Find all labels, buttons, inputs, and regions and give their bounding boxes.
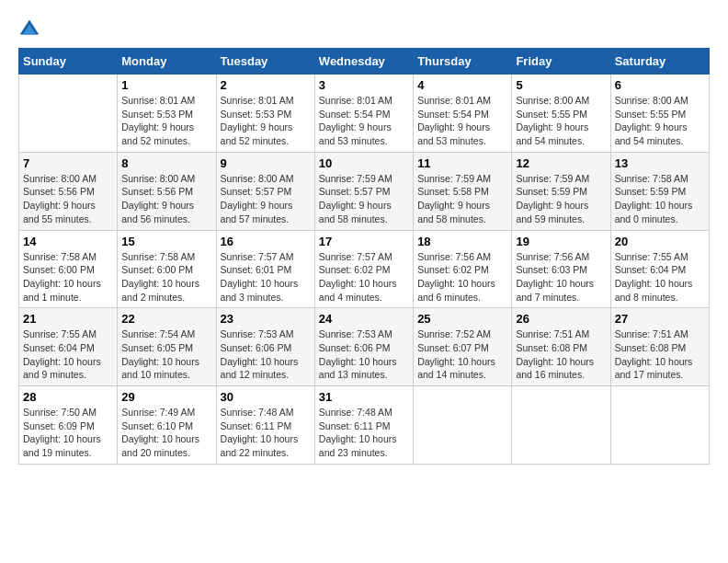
day-info: Sunrise: 8:01 AMSunset: 5:53 PMDaylight:… [121,94,211,148]
calendar-header-row: SundayMondayTuesdayWednesdayThursdayFrid… [19,49,710,75]
day-info: Sunrise: 7:58 AMSunset: 6:00 PMDaylight:… [23,250,113,304]
day-info: Sunrise: 7:53 AMSunset: 6:06 PMDaylight:… [319,327,409,382]
day-number: 22 [121,312,211,326]
logo-icon [18,18,40,40]
day-info: Sunrise: 7:49 AMSunset: 6:10 PMDaylight:… [121,406,211,460]
calendar-week-row: 21Sunrise: 7:55 AMSunset: 6:04 PMDayligh… [19,308,710,386]
day-number: 21 [23,312,113,326]
day-number: 12 [516,156,606,170]
day-info: Sunrise: 7:51 AMSunset: 6:08 PMDaylight:… [516,327,606,382]
day-number: 9 [221,156,311,170]
calendar-week-row: 1Sunrise: 8:01 AMSunset: 5:53 PMDaylight… [19,75,710,153]
calendar-cell: 13Sunrise: 7:58 AMSunset: 5:59 PMDayligh… [610,152,709,230]
day-number: 27 [615,312,705,326]
day-number: 28 [23,390,113,404]
day-info: Sunrise: 7:58 AMSunset: 5:59 PMDaylight:… [615,172,705,226]
calendar-cell: 12Sunrise: 7:59 AMSunset: 5:59 PMDayligh… [512,152,610,230]
day-number: 17 [319,235,409,248]
calendar-week-row: 7Sunrise: 8:00 AMSunset: 5:56 PMDaylight… [19,152,710,230]
day-info: Sunrise: 7:58 AMSunset: 6:00 PMDaylight:… [121,250,211,304]
day-number: 20 [615,235,705,248]
calendar-header-wednesday: Wednesday [314,49,413,75]
day-info: Sunrise: 7:51 AMSunset: 6:08 PMDaylight:… [615,327,705,382]
calendar-cell: 3Sunrise: 8:01 AMSunset: 5:54 PMDaylight… [314,75,413,153]
day-info: Sunrise: 8:00 AMSunset: 5:55 PMDaylight:… [516,94,606,148]
day-info: Sunrise: 7:53 AMSunset: 6:06 PMDaylight:… [221,327,311,382]
calendar-cell: 7Sunrise: 8:00 AMSunset: 5:56 PMDaylight… [19,152,118,230]
day-info: Sunrise: 7:55 AMSunset: 6:04 PMDaylight:… [23,327,113,382]
day-info: Sunrise: 8:01 AMSunset: 5:53 PMDaylight:… [221,94,311,148]
day-number: 25 [417,312,507,326]
calendar-cell: 11Sunrise: 7:59 AMSunset: 5:58 PMDayligh… [414,152,512,230]
calendar-cell: 30Sunrise: 7:48 AMSunset: 6:11 PMDayligh… [216,386,314,465]
day-number: 24 [319,312,409,326]
calendar-cell [610,386,709,465]
calendar-header-friday: Friday [512,49,610,75]
day-number: 23 [221,312,311,326]
calendar-cell: 19Sunrise: 7:56 AMSunset: 6:03 PMDayligh… [512,230,610,308]
calendar-cell: 22Sunrise: 7:54 AMSunset: 6:05 PMDayligh… [118,308,216,386]
day-info: Sunrise: 7:59 AMSunset: 5:58 PMDaylight:… [417,172,507,226]
calendar-cell: 4Sunrise: 8:01 AMSunset: 5:54 PMDaylight… [414,75,512,153]
day-number: 15 [121,235,211,248]
day-info: Sunrise: 7:48 AMSunset: 6:11 PMDaylight:… [221,406,311,460]
day-number: 29 [121,390,211,404]
day-number: 18 [417,235,507,248]
calendar-header-tuesday: Tuesday [216,49,314,75]
calendar-cell: 20Sunrise: 7:55 AMSunset: 6:04 PMDayligh… [610,230,709,308]
day-info: Sunrise: 7:54 AMSunset: 6:05 PMDaylight:… [121,327,211,382]
calendar-cell: 1Sunrise: 8:01 AMSunset: 5:53 PMDaylight… [118,75,216,153]
day-number: 16 [221,235,311,248]
calendar-cell: 18Sunrise: 7:56 AMSunset: 6:02 PMDayligh… [414,230,512,308]
day-info: Sunrise: 7:56 AMSunset: 6:03 PMDaylight:… [516,250,606,304]
calendar-cell: 21Sunrise: 7:55 AMSunset: 6:04 PMDayligh… [19,308,118,386]
day-info: Sunrise: 7:55 AMSunset: 6:04 PMDaylight:… [615,250,705,304]
day-info: Sunrise: 7:48 AMSunset: 6:11 PMDaylight:… [319,406,409,460]
day-number: 4 [417,78,507,92]
page-header [18,18,710,40]
day-number: 26 [516,312,606,326]
calendar-header-thursday: Thursday [414,49,512,75]
calendar-cell: 26Sunrise: 7:51 AMSunset: 6:08 PMDayligh… [512,308,610,386]
day-number: 2 [221,78,311,92]
day-number: 8 [121,156,211,170]
calendar-header-saturday: Saturday [610,49,709,75]
day-info: Sunrise: 8:00 AMSunset: 5:57 PMDaylight:… [221,172,311,226]
calendar-cell: 17Sunrise: 7:57 AMSunset: 6:02 PMDayligh… [314,230,413,308]
calendar-cell: 10Sunrise: 7:59 AMSunset: 5:57 PMDayligh… [314,152,413,230]
calendar-cell: 14Sunrise: 7:58 AMSunset: 6:00 PMDayligh… [19,230,118,308]
day-number: 31 [319,390,409,404]
calendar-cell: 28Sunrise: 7:50 AMSunset: 6:09 PMDayligh… [19,386,118,465]
calendar-cell: 25Sunrise: 7:52 AMSunset: 6:07 PMDayligh… [414,308,512,386]
calendar-cell [512,386,610,465]
day-info: Sunrise: 7:57 AMSunset: 6:01 PMDaylight:… [221,250,311,304]
calendar-header-sunday: Sunday [19,49,118,75]
day-info: Sunrise: 7:52 AMSunset: 6:07 PMDaylight:… [417,327,507,382]
calendar-cell: 9Sunrise: 8:00 AMSunset: 5:57 PMDaylight… [216,152,314,230]
day-number: 7 [23,156,113,170]
day-number: 6 [615,78,705,92]
day-info: Sunrise: 7:56 AMSunset: 6:02 PMDaylight:… [417,250,507,304]
day-number: 14 [23,235,113,248]
day-info: Sunrise: 8:01 AMSunset: 5:54 PMDaylight:… [417,94,507,148]
calendar-week-row: 14Sunrise: 7:58 AMSunset: 6:00 PMDayligh… [19,230,710,308]
day-info: Sunrise: 7:57 AMSunset: 6:02 PMDaylight:… [319,250,409,304]
day-number: 13 [615,156,705,170]
calendar-cell: 24Sunrise: 7:53 AMSunset: 6:06 PMDayligh… [314,308,413,386]
day-info: Sunrise: 7:59 AMSunset: 5:57 PMDaylight:… [319,172,409,226]
day-number: 11 [417,156,507,170]
day-info: Sunrise: 7:50 AMSunset: 6:09 PMDaylight:… [23,406,113,460]
calendar-cell: 2Sunrise: 8:01 AMSunset: 5:53 PMDaylight… [216,75,314,153]
day-info: Sunrise: 7:59 AMSunset: 5:59 PMDaylight:… [516,172,606,226]
day-info: Sunrise: 8:00 AMSunset: 5:56 PMDaylight:… [121,172,211,226]
day-info: Sunrise: 8:01 AMSunset: 5:54 PMDaylight:… [319,94,409,148]
calendar-cell: 31Sunrise: 7:48 AMSunset: 6:11 PMDayligh… [314,386,413,465]
day-info: Sunrise: 8:00 AMSunset: 5:56 PMDaylight:… [23,172,113,226]
calendar-cell [19,75,118,153]
calendar-table: SundayMondayTuesdayWednesdayThursdayFrid… [18,48,710,465]
day-number: 5 [516,78,606,92]
day-number: 10 [319,156,409,170]
calendar-cell: 23Sunrise: 7:53 AMSunset: 6:06 PMDayligh… [216,308,314,386]
calendar-cell: 15Sunrise: 7:58 AMSunset: 6:00 PMDayligh… [118,230,216,308]
day-number: 30 [221,390,311,404]
